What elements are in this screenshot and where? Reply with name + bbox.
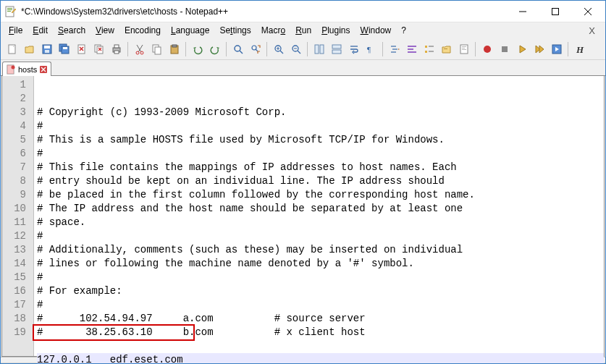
code-line[interactable]: # xyxy=(37,147,604,161)
svg-rect-47 xyxy=(332,50,341,54)
copy-icon[interactable] xyxy=(148,41,165,57)
menu-run[interactable]: Run xyxy=(290,24,316,37)
wrap-icon[interactable] xyxy=(345,41,362,57)
code-line[interactable]: # Copyright (c) 1993-2009 Microsoft Corp… xyxy=(37,106,604,119)
svg-line-38 xyxy=(280,51,283,54)
print-icon[interactable] xyxy=(108,41,125,57)
svg-rect-3 xyxy=(7,11,11,12)
save-icon[interactable] xyxy=(38,41,55,57)
line-number: 10 xyxy=(2,202,26,216)
code-line[interactable]: # xyxy=(37,271,604,284)
svg-point-71 xyxy=(12,65,15,69)
svg-rect-19 xyxy=(97,46,103,54)
record-macro-icon[interactable] xyxy=(479,41,495,57)
menu-help[interactable]: ? xyxy=(396,24,411,37)
new-file-icon[interactable] xyxy=(4,41,20,57)
svg-rect-66 xyxy=(502,46,508,52)
cut-icon[interactable] xyxy=(131,41,148,57)
svg-rect-55 xyxy=(408,51,416,53)
replace-icon[interactable] xyxy=(247,41,264,57)
menu-language[interactable]: Language xyxy=(166,24,214,37)
menu-encoding[interactable]: Encoding xyxy=(119,24,166,37)
code-line[interactable]: 127.0.0.1 edf.eset.com xyxy=(37,353,604,364)
code-line[interactable]: # xyxy=(37,229,604,243)
folder-panel-icon[interactable] xyxy=(438,41,455,57)
sync-v-icon[interactable] xyxy=(311,41,327,57)
code-line[interactable]: # This is a sample HOSTS file used by Mi… xyxy=(37,133,604,147)
menu-file[interactable]: File xyxy=(4,24,28,37)
code-line[interactable]: # be placed in the first column followed… xyxy=(37,188,604,202)
line-number: 8 xyxy=(2,174,26,188)
doc-map-icon[interactable] xyxy=(455,41,472,57)
svg-point-33 xyxy=(235,46,240,51)
maximize-button[interactable] xyxy=(539,1,571,22)
line-number: 2 xyxy=(2,92,26,106)
tab-bar: hosts xyxy=(1,60,605,76)
minimize-button[interactable] xyxy=(506,1,539,22)
code-line[interactable]: # This file contains the mappings of IP … xyxy=(37,161,604,174)
code-line[interactable]: # xyxy=(37,298,604,312)
redo-icon[interactable] xyxy=(206,41,223,57)
line-number: 12 xyxy=(2,229,26,243)
all-chars-icon[interactable]: ¶ xyxy=(363,41,379,57)
save-all-icon[interactable] xyxy=(56,41,72,57)
line-number: 18 xyxy=(2,312,26,326)
svg-rect-64 xyxy=(462,49,466,50)
toolbar: ¶ H xyxy=(1,38,605,60)
editor[interactable]: 12345678910111213141516171819 # Copyrigh… xyxy=(1,76,605,357)
menu-plugins[interactable]: Plugins xyxy=(316,24,355,37)
code-line[interactable]: # entry should be kept on an individual … xyxy=(37,174,604,188)
code-line[interactable]: # Additionally, comments (such as these)… xyxy=(37,243,604,257)
close-button[interactable] xyxy=(571,1,604,22)
svg-rect-5 xyxy=(552,8,558,14)
code-line[interactable]: # 102.54.94.97 a.com # source server xyxy=(37,312,604,326)
menu-search[interactable]: Search xyxy=(53,24,91,37)
code-line[interactable]: # space. xyxy=(37,216,604,229)
save-macro-icon[interactable] xyxy=(548,41,565,57)
close-all-icon[interactable] xyxy=(91,41,107,57)
menu-view[interactable]: View xyxy=(91,24,119,37)
hide-menu-button[interactable]: X xyxy=(581,24,602,38)
svg-text:H: H xyxy=(576,44,584,55)
line-number: 17 xyxy=(2,298,26,312)
bold-icon[interactable]: H xyxy=(571,41,588,57)
play-macro-icon[interactable] xyxy=(513,41,530,57)
open-file-icon[interactable] xyxy=(21,41,38,57)
line-number-gutter: 12345678910111213141516171819 xyxy=(2,76,34,356)
code-area[interactable]: # Copyright (c) 1993-2009 Microsoft Corp… xyxy=(34,76,604,356)
tab-hosts[interactable]: hosts xyxy=(2,62,51,76)
code-line[interactable]: # lines or following the machine name de… xyxy=(37,257,604,271)
tab-close-icon[interactable] xyxy=(39,65,48,74)
close-file-icon[interactable] xyxy=(73,41,90,57)
svg-point-28 xyxy=(140,51,143,54)
play-multi-icon[interactable] xyxy=(531,41,547,57)
menu-macro[interactable]: Macro xyxy=(256,24,290,37)
menu-settings[interactable]: Settings xyxy=(214,24,256,37)
file-modified-icon xyxy=(6,64,16,75)
app-icon xyxy=(5,6,17,17)
indent-guide-icon[interactable] xyxy=(386,41,403,57)
paste-icon[interactable] xyxy=(166,41,182,57)
svg-rect-53 xyxy=(408,46,416,47)
menu-edit[interactable]: Edit xyxy=(28,24,53,37)
code-line[interactable] xyxy=(37,339,604,353)
svg-rect-2 xyxy=(7,9,12,10)
svg-rect-32 xyxy=(172,45,177,47)
svg-line-34 xyxy=(240,51,243,54)
line-number: 13 xyxy=(2,243,26,257)
stop-macro-icon[interactable] xyxy=(496,41,513,57)
zoom-in-icon[interactable] xyxy=(270,41,287,57)
code-line[interactable]: # The IP address and the host name shoul… xyxy=(37,202,604,216)
zoom-out-icon[interactable] xyxy=(287,41,304,57)
code-line[interactable]: # 38.25.63.10 b.com # x client host xyxy=(37,326,604,339)
func-list-icon[interactable] xyxy=(421,41,437,57)
find-icon[interactable] xyxy=(230,41,246,57)
undo-icon[interactable] xyxy=(189,41,206,57)
line-number: 5 xyxy=(2,133,26,147)
svg-rect-56 xyxy=(425,46,427,48)
code-line[interactable]: # xyxy=(37,119,604,133)
menu-window[interactable]: Window xyxy=(355,24,397,37)
lang-format-icon[interactable] xyxy=(403,41,420,57)
code-line[interactable]: # For example: xyxy=(37,284,604,298)
sync-h-icon[interactable] xyxy=(328,41,345,57)
